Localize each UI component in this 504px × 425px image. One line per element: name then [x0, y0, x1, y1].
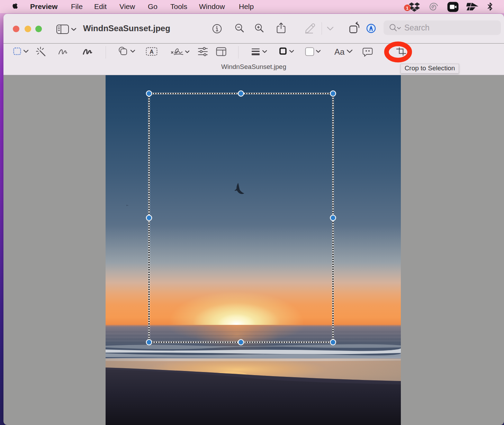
svg-text:A: A [150, 49, 154, 55]
svg-text:1: 1 [406, 6, 409, 11]
